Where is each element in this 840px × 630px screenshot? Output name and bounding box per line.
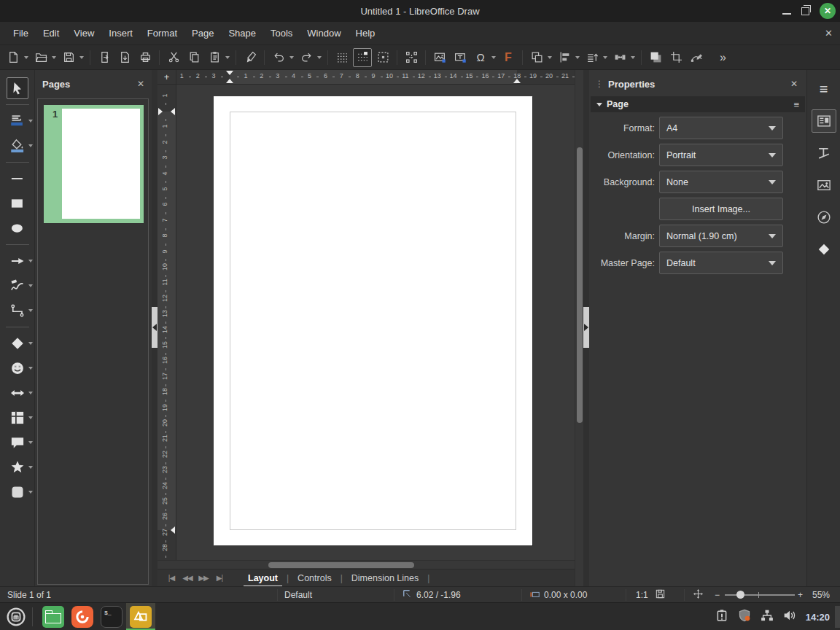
bring-forward-dropdown-icon[interactable] xyxy=(602,48,608,67)
zoom-percent-label[interactable]: 55% xyxy=(812,587,830,603)
last-page-icon[interactable]: ▶| xyxy=(214,574,225,582)
save-icon[interactable] xyxy=(59,48,78,67)
insert-text-box-icon[interactable] xyxy=(451,48,470,67)
update-manager-icon[interactable] xyxy=(715,609,728,625)
edit-points-icon[interactable] xyxy=(687,48,706,67)
undo-icon[interactable] xyxy=(269,48,288,67)
export-icon[interactable] xyxy=(95,48,114,67)
hide-right-panel-button[interactable] xyxy=(583,307,589,348)
right-margin-marker[interactable] xyxy=(513,79,521,83)
distribute-dropdown-icon[interactable] xyxy=(630,48,636,67)
background-dropdown[interactable]: None xyxy=(659,171,783,193)
chevron-down-icon[interactable] xyxy=(28,416,33,419)
zoom-out-button[interactable]: − xyxy=(715,587,720,603)
menu-help[interactable]: Help xyxy=(349,25,383,42)
align-objects-dropdown-icon[interactable] xyxy=(575,48,580,67)
callouts-tool[interactable] xyxy=(1,430,34,455)
curves-and-polygons-tool[interactable] xyxy=(1,273,34,298)
snap-to-grid-icon[interactable] xyxy=(353,48,372,67)
page-section-header[interactable]: Page ≡ xyxy=(591,96,805,112)
copy-icon[interactable] xyxy=(184,48,203,67)
mint-menu-icon[interactable] xyxy=(0,603,32,630)
horizontal-scrollbar[interactable] xyxy=(158,560,575,569)
first-page-icon[interactable]: |◀ xyxy=(166,574,176,582)
tab-dimension-lines[interactable]: Dimension Lines xyxy=(344,571,426,586)
display-grid-icon[interactable] xyxy=(332,48,351,67)
crop-icon[interactable] xyxy=(666,48,685,67)
chevron-down-icon[interactable] xyxy=(28,342,33,345)
zoom-fit-icon[interactable] xyxy=(693,587,704,603)
horizontal-ruler[interactable]: 32112345678910111213141516171819202122 xyxy=(176,70,575,85)
chevron-down-icon[interactable] xyxy=(28,120,33,122)
left-panel-splitter[interactable] xyxy=(152,70,158,586)
connectors-tool[interactable] xyxy=(1,298,34,323)
zoom-slider[interactable] xyxy=(725,587,795,603)
volume-icon[interactable] xyxy=(783,609,796,625)
lines-and-arrows-tool[interactable] xyxy=(1,249,34,273)
chevron-down-icon[interactable] xyxy=(28,367,33,370)
styles-tab[interactable] xyxy=(812,141,836,165)
shapes-tab[interactable] xyxy=(812,238,836,261)
pages-panel-close-icon[interactable]: ✕ xyxy=(137,79,144,89)
margin-dropdown[interactable]: Normal (1.90 cm) xyxy=(659,225,783,247)
undo-dropdown-icon[interactable] xyxy=(289,48,295,67)
hide-left-panel-button[interactable] xyxy=(152,307,158,348)
close-icon[interactable]: ✕ xyxy=(820,3,836,19)
export-pdf-icon[interactable] xyxy=(115,48,134,67)
fill-color-tool[interactable] xyxy=(1,133,34,158)
menu-window[interactable]: Window xyxy=(300,25,348,42)
paste-icon[interactable] xyxy=(205,48,224,67)
menu-page[interactable]: Page xyxy=(184,25,221,42)
properties-tab[interactable] xyxy=(812,109,836,133)
show-desktop-button[interactable] xyxy=(835,606,840,628)
menu-format[interactable]: Format xyxy=(140,25,184,42)
tab-controls[interactable]: Controls xyxy=(290,571,339,586)
new-document-icon[interactable] xyxy=(4,48,23,67)
open-icon[interactable] xyxy=(31,48,50,67)
paste-dropdown-icon[interactable] xyxy=(225,48,230,67)
shadow-icon[interactable] xyxy=(646,48,665,67)
network-icon[interactable] xyxy=(761,609,774,625)
section-menu-icon[interactable]: ≡ xyxy=(793,99,799,110)
align-objects-icon[interactable] xyxy=(555,48,574,67)
left-margin-marker[interactable] xyxy=(226,71,233,75)
cut-icon[interactable] xyxy=(164,48,183,67)
ellipse-tool[interactable] xyxy=(1,216,34,241)
insert-image-button[interactable]: Insert Image... xyxy=(659,198,783,220)
next-page-icon[interactable]: ▶▶ xyxy=(198,574,209,582)
titlebar[interactable]: Untitled 1 - LibreOffice Draw ✕ xyxy=(0,0,840,22)
vertical-ruler[interactable]: 1123456789101112131415161718192021222324… xyxy=(158,85,176,560)
open-dropdown-icon[interactable] xyxy=(51,48,57,67)
chevron-down-icon[interactable] xyxy=(28,392,33,394)
rectangle-tool[interactable] xyxy=(1,191,34,216)
menu-edit[interactable]: Edit xyxy=(36,25,66,42)
tab-layout[interactable]: Layout xyxy=(241,571,285,586)
symbol-shapes-tool[interactable] xyxy=(1,356,34,381)
document-page[interactable] xyxy=(214,96,532,545)
new-document-dropdown-icon[interactable] xyxy=(23,48,29,67)
libreoffice-draw-app-icon[interactable] xyxy=(126,603,155,630)
flowchart-tool[interactable] xyxy=(1,405,34,430)
terminal-app-icon[interactable]: $_ xyxy=(97,603,126,630)
minimize-icon[interactable] xyxy=(782,13,791,15)
drawing-canvas[interactable] xyxy=(176,85,575,560)
vertical-scrollbar-thumb[interactable] xyxy=(577,147,583,423)
stars-and-banners-tool[interactable] xyxy=(1,455,34,480)
properties-close-icon[interactable]: ✕ xyxy=(788,79,801,89)
top-margin-marker[interactable] xyxy=(158,108,163,115)
save-dropdown-icon[interactable] xyxy=(79,48,85,67)
clone-formatting-icon[interactable] xyxy=(241,48,260,67)
close-document-icon[interactable]: ✕ xyxy=(825,28,833,39)
distribute-icon[interactable] xyxy=(610,48,629,67)
page-thumbnail[interactable]: 1 xyxy=(44,105,144,223)
chevron-down-icon[interactable] xyxy=(28,466,33,469)
chevron-down-icon[interactable] xyxy=(28,284,33,287)
line-color-tool[interactable] xyxy=(1,109,34,133)
chevron-down-icon[interactable] xyxy=(28,441,33,444)
gallery-tab[interactable] xyxy=(812,174,836,197)
page-style-label[interactable]: Default xyxy=(284,587,312,603)
chevron-down-icon[interactable] xyxy=(28,260,33,262)
arrange-icon[interactable] xyxy=(527,48,546,67)
glue-points-icon[interactable] xyxy=(402,48,421,67)
navigator-tab[interactable] xyxy=(812,206,836,229)
